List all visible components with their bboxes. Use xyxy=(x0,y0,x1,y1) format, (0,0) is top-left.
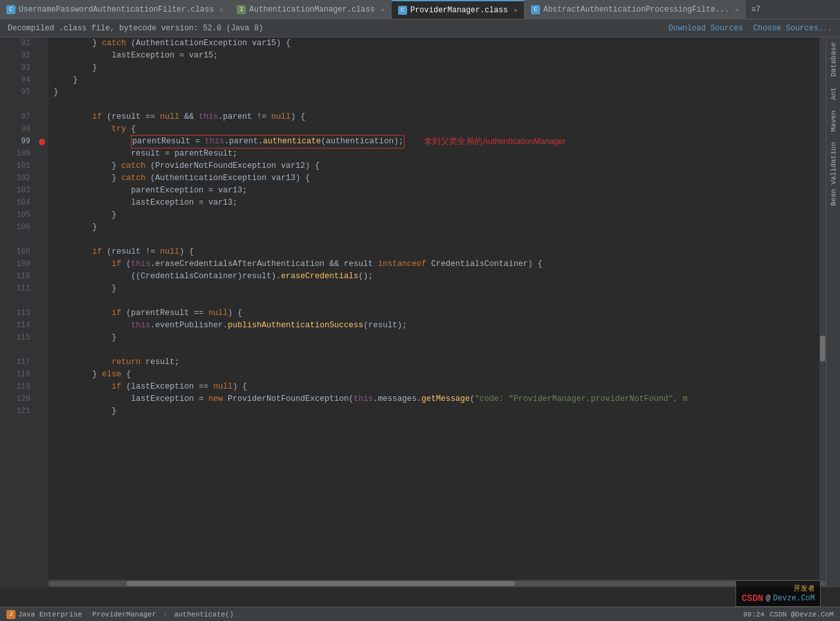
right-panel-maven[interactable]: Maven xyxy=(828,105,839,137)
tab-icon-2: I xyxy=(237,5,246,14)
tab-label-1: UsernamePasswordAuthenticationFilter.cla… xyxy=(19,5,214,14)
tab-overflow-label: ≡7 xyxy=(751,5,760,14)
code-line-96 xyxy=(48,99,840,111)
code-line-117: return result; xyxy=(48,356,840,369)
line-num-103: 103 xyxy=(0,185,30,197)
line-num-113: 113 xyxy=(0,307,30,320)
close-tab-3[interactable]: ✕ xyxy=(514,6,517,14)
gutter-105 xyxy=(35,209,48,221)
status-bar-left: J Java Enterprise ProviderManager › auth… xyxy=(6,610,234,619)
gutter-122 xyxy=(35,418,48,430)
gutter-107 xyxy=(35,234,48,246)
line-num-98: 98 xyxy=(0,123,30,136)
editor-content: 91 92 93 94 95 97 98 99 100 101 102 103 … xyxy=(0,37,840,587)
code-line-119: if (lastException == null) { xyxy=(48,381,840,393)
watermark: 开发者 CSDN @ Devze.CoM xyxy=(735,580,821,607)
gutter-96 xyxy=(35,99,48,111)
vertical-scrollbar-thumb[interactable] xyxy=(820,336,825,361)
line-num-104: 104 xyxy=(0,197,30,209)
horizontal-scrollbar[interactable] xyxy=(48,580,826,587)
line-num-117: 117 xyxy=(0,356,30,369)
line-num-97: 97 xyxy=(0,111,30,123)
line-num-94: 94 xyxy=(0,74,30,87)
code-line-108: if (result != null) { xyxy=(48,246,840,258)
code-line-115: } xyxy=(48,332,840,344)
code-line-94: } xyxy=(48,74,840,87)
choose-sources-link[interactable]: Choose Sources... xyxy=(754,24,832,33)
gutter-115 xyxy=(35,332,48,344)
tab-provider-manager[interactable]: C ProviderManager.class ✕ xyxy=(392,0,525,19)
watermark-brand: CSDN @ Devze.CoM xyxy=(741,593,815,604)
line-num-109: 109 xyxy=(0,258,30,270)
gutter-111 xyxy=(35,283,48,295)
line-num-107 xyxy=(0,234,30,246)
watermark-top-text: 开发者 xyxy=(794,584,815,593)
gutter-108 xyxy=(35,246,48,258)
gutter-97 xyxy=(35,111,48,123)
line-num-111: 111 xyxy=(0,283,30,295)
close-tab-1[interactable]: ✕ xyxy=(219,6,223,14)
breadcrumb-method[interactable]: authenticate() xyxy=(174,611,234,618)
close-tab-4[interactable]: ✕ xyxy=(735,6,739,14)
line-num-99: 99 xyxy=(0,136,30,148)
vertical-scrollbar[interactable] xyxy=(819,37,826,580)
gutter-93 xyxy=(35,62,48,74)
status-bar: J Java Enterprise ProviderManager › auth… xyxy=(0,607,840,621)
code-line-97: if (result == null && this.parent != nul… xyxy=(48,111,840,123)
java-enterprise-icon: J xyxy=(6,610,15,619)
line-num-116 xyxy=(0,344,30,356)
line-num-101: 101 xyxy=(0,160,30,172)
code-line-110: ((CredentialsContainer)result).eraseCred… xyxy=(48,270,840,283)
code-line-101: } catch (ProviderNotFoundException var12… xyxy=(48,160,840,172)
line-num-93: 93 xyxy=(0,62,30,74)
code-line-106: } xyxy=(48,221,840,234)
gutter-112 xyxy=(35,295,48,307)
gutter-99[interactable] xyxy=(35,136,48,148)
line-numbers: 91 92 93 94 95 97 98 99 100 101 102 103 … xyxy=(0,37,35,587)
close-tab-2[interactable]: ✕ xyxy=(381,6,385,14)
code-line-99: parentResult = this.parent.authenticate(… xyxy=(48,136,840,148)
download-sources-link[interactable]: Download Sources xyxy=(668,24,743,33)
line-num-100: 100 xyxy=(0,148,30,160)
gutter-98 xyxy=(35,123,48,136)
code-line-116 xyxy=(48,344,840,356)
chinese-comment-99: 拿到父类全局的AuthenticationManager xyxy=(424,136,566,148)
code-line-105: } xyxy=(48,209,840,221)
editor-container: 91 92 93 94 95 97 98 99 100 101 102 103 … xyxy=(0,37,840,587)
tab-username-filter[interactable]: C UsernamePasswordAuthenticationFilter.c… xyxy=(0,0,230,19)
watermark-devze: Devze.CoM xyxy=(773,594,815,603)
right-panel-database[interactable]: Database xyxy=(828,37,839,82)
info-bar: Decompiled .class file, bytecode version… xyxy=(0,19,840,37)
gutter-102 xyxy=(35,172,48,185)
gutter-116 xyxy=(35,344,48,356)
code-line-107 xyxy=(48,234,840,246)
right-panel-bean-validation[interactable]: Bean Validation xyxy=(828,137,839,211)
tab-label-2: AuthenticationManager.class xyxy=(249,5,374,14)
line-num-95: 95 xyxy=(0,87,30,99)
watermark-at: @ xyxy=(766,594,770,603)
gutter-91 xyxy=(35,37,48,50)
gutter-104 xyxy=(35,197,48,209)
horizontal-scrollbar-thumb[interactable] xyxy=(126,581,515,586)
gutter-103 xyxy=(35,185,48,197)
gutter-118 xyxy=(35,369,48,381)
code-line-98: try { xyxy=(48,123,840,136)
tab-label-3: ProviderManager.class xyxy=(410,6,508,15)
cursor-position: 99:24 xyxy=(743,611,765,618)
right-panels: Database Ant Maven Bean Validation xyxy=(826,37,840,587)
breadcrumb-class[interactable]: ProviderManager xyxy=(92,611,156,618)
line-num-114: 114 xyxy=(0,320,30,332)
line-num-92: 92 xyxy=(0,50,30,62)
line-num-102: 102 xyxy=(0,172,30,185)
tab-overflow[interactable]: ≡7 xyxy=(746,0,765,19)
source-actions: Download Sources Choose Sources... xyxy=(668,24,832,33)
gutter-119 xyxy=(35,381,48,393)
right-panel-ant[interactable]: Ant xyxy=(828,82,839,105)
watermark-csdn: CSDN xyxy=(741,593,763,604)
tab-auth-manager[interactable]: I AuthenticationManager.class ✕ xyxy=(230,0,391,19)
gutter-120 xyxy=(35,393,48,405)
code-area[interactable]: } catch (AuthenticationException var15) … xyxy=(48,37,840,587)
tab-abstract-filter[interactable]: C AbstractAuthenticationProcessingFilte.… xyxy=(525,0,746,19)
code-line-109: if (this.eraseCredentialsAfterAuthentica… xyxy=(48,258,840,270)
breakpoint-99[interactable] xyxy=(39,139,45,145)
